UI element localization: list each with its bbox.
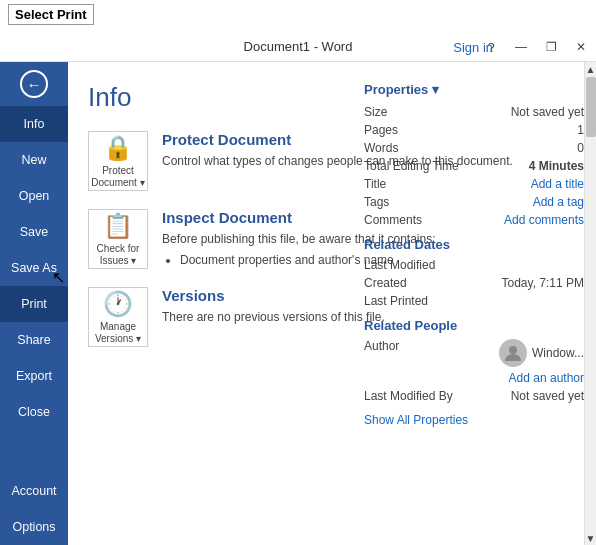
prop-key-title: Title	[364, 177, 474, 191]
minimize-button[interactable]: —	[506, 32, 536, 62]
prop-row-last-printed: Last Printed	[364, 294, 584, 308]
window-controls: — ❐ ✕	[506, 32, 596, 61]
main-container: ← Info New Open Save Save As Print Share…	[0, 62, 596, 545]
lock-icon: 🔒	[103, 134, 133, 162]
prop-val-title[interactable]: Add a title	[474, 177, 584, 191]
add-author-row: Add an author	[364, 371, 584, 385]
sidebar: ← Info New Open Save Save As Print Share…	[0, 62, 68, 545]
author-name: Window...	[532, 346, 584, 360]
prop-row-tags: Tags Add a tag	[364, 195, 584, 209]
prop-key-tags: Tags	[364, 195, 474, 209]
versions-desc: There are no previous versions of this f…	[162, 308, 385, 326]
scrollbar-down-arrow[interactable]: ▼	[585, 531, 596, 545]
close-button[interactable]: ✕	[566, 32, 596, 62]
prop-val-size: Not saved yet	[474, 105, 584, 119]
titlebar-title: Document1 - Word	[244, 39, 353, 54]
versions-title: Versions	[162, 287, 385, 304]
last-modified-by-row: Last Modified By Not saved yet	[364, 389, 584, 403]
sidebar-item-save-as[interactable]: Save As	[0, 250, 68, 286]
check-for-issues-button[interactable]: 📋 Check forIssues ▾	[88, 209, 148, 269]
prop-key-comments: Comments	[364, 213, 474, 227]
author-avatar	[499, 339, 527, 367]
show-all-properties-link[interactable]: Show All Properties	[364, 413, 584, 427]
scrollbar[interactable]: ▲ ▼	[584, 62, 596, 545]
sidebar-item-export[interactable]: Export	[0, 358, 68, 394]
related-dates-title: Related Dates	[364, 237, 584, 252]
prop-val-created: Today, 7:11 PM	[474, 276, 584, 290]
content-area: Info 🔒 ProtectDocument ▾ Protect Documen…	[68, 62, 584, 545]
protect-icon-label: ProtectDocument ▾	[91, 165, 144, 189]
last-modified-by-label: Last Modified By	[364, 389, 474, 403]
sidebar-item-save[interactable]: Save	[0, 214, 68, 250]
back-arrow-icon: ←	[20, 70, 48, 98]
sidebar-item-options[interactable]: Options	[0, 509, 68, 545]
prop-row-comments: Comments Add comments	[364, 213, 584, 227]
signin-button[interactable]: Sign in	[453, 32, 501, 62]
prop-key-editing-time: Total Editing Time	[364, 159, 474, 173]
prop-row-words: Words 0	[364, 141, 584, 155]
add-author-spacer	[364, 371, 474, 385]
properties-title[interactable]: Properties ▾	[364, 82, 584, 97]
sidebar-bottom: Account Options	[0, 473, 68, 545]
scrollbar-thumb[interactable]	[586, 77, 596, 137]
prop-val-last-printed	[474, 294, 584, 308]
versions-text: Versions There are no previous versions …	[162, 287, 385, 326]
prop-val-editing-time: 4 Minutes	[474, 159, 584, 173]
sidebar-item-print[interactable]: Print	[0, 286, 68, 322]
scrollbar-track	[585, 138, 596, 531]
prop-val-comments[interactable]: Add comments	[474, 213, 584, 227]
related-people-title: Related People	[364, 318, 584, 333]
prop-row-size: Size Not saved yet	[364, 105, 584, 119]
sidebar-spacer	[0, 430, 68, 473]
document-icon: 📋	[103, 212, 133, 240]
protect-document-button[interactable]: 🔒 ProtectDocument ▾	[88, 131, 148, 191]
prop-row-created: Created Today, 7:11 PM	[364, 276, 584, 290]
versions-icon: 🕐	[103, 290, 133, 318]
add-author-link[interactable]: Add an author	[474, 371, 584, 385]
prop-row-pages: Pages 1	[364, 123, 584, 137]
inspect-icon-label: Check forIssues ▾	[97, 243, 140, 267]
sidebar-item-account[interactable]: Account	[0, 473, 68, 509]
scrollbar-up-arrow[interactable]: ▲	[585, 62, 596, 76]
prop-val-pages: 1	[474, 123, 584, 137]
prop-row-title: Title Add a title	[364, 177, 584, 191]
properties-panel: Properties ▾ Size Not saved yet Pages 1 …	[364, 82, 584, 427]
prop-row-editing-time: Total Editing Time 4 Minutes	[364, 159, 584, 173]
prop-key-last-modified: Last Modified	[364, 258, 474, 272]
sidebar-item-new[interactable]: New	[0, 142, 68, 178]
author-row: Author Window...	[364, 339, 584, 367]
prop-val-tags[interactable]: Add a tag	[474, 195, 584, 209]
sidebar-item-open[interactable]: Open	[0, 178, 68, 214]
prop-key-size: Size	[364, 105, 474, 119]
sidebar-item-info[interactable]: Info	[0, 106, 68, 142]
prop-val-last-modified	[474, 258, 584, 272]
sidebar-back-button[interactable]: ←	[0, 62, 68, 106]
svg-point-0	[509, 346, 517, 354]
sidebar-item-close[interactable]: Close	[0, 394, 68, 430]
author-block: Window...	[499, 339, 584, 367]
prop-val-words: 0	[474, 141, 584, 155]
last-modified-by-value: Not saved yet	[474, 389, 584, 403]
prop-row-last-modified: Last Modified	[364, 258, 584, 272]
prop-key-pages: Pages	[364, 123, 474, 137]
manage-versions-button[interactable]: 🕐 ManageVersions ▾	[88, 287, 148, 347]
sidebar-item-share[interactable]: Share	[0, 322, 68, 358]
author-label: Author	[364, 339, 474, 353]
versions-icon-label: ManageVersions ▾	[95, 321, 141, 345]
prop-key-last-printed: Last Printed	[364, 294, 474, 308]
prop-key-created: Created	[364, 276, 474, 290]
prop-key-words: Words	[364, 141, 474, 155]
titlebar: Document1 - Word ? Sign in — ❐ ✕	[0, 32, 596, 62]
restore-button[interactable]: ❐	[536, 32, 566, 62]
select-print-tooltip: Select Print	[8, 4, 94, 25]
